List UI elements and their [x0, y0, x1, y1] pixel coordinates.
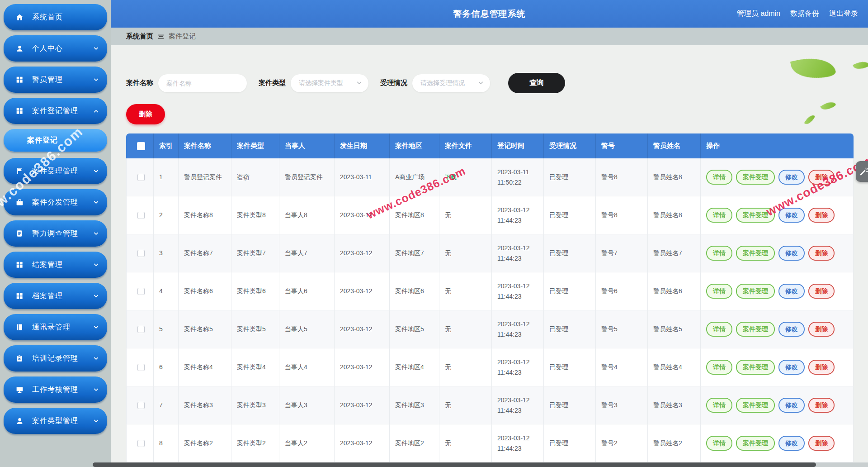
- cell-police-name: 警员姓名8: [648, 196, 701, 234]
- edit-button[interactable]: 修改: [778, 208, 805, 223]
- sidebar-item-label: 案件类型管理: [32, 416, 93, 426]
- horizontal-scrollbar-track[interactable]: [93, 462, 868, 467]
- sidebar-item-label: 案件受理管理: [32, 167, 93, 176]
- sidebar-item[interactable]: 工作考核管理: [4, 376, 107, 403]
- detail-button[interactable]: 详情: [706, 360, 732, 375]
- delete-row-button[interactable]: 删除: [808, 360, 835, 375]
- edit-button[interactable]: 修改: [778, 436, 805, 451]
- chevron-down-icon: [93, 418, 99, 424]
- cell-status: 已受理: [544, 158, 596, 196]
- case-accept-button[interactable]: 案件受理: [736, 436, 775, 451]
- cell-index: 4: [154, 272, 179, 310]
- accept-status-select[interactable]: 请选择受理情况: [412, 74, 490, 92]
- table-row: 8案件名称2案件类型2当事人22023-03-12案件地区2无2023-03-1…: [126, 424, 854, 462]
- delete-row-button[interactable]: 删除: [808, 436, 835, 451]
- cell-file: 无: [439, 310, 492, 348]
- chevron-down-icon: [93, 262, 99, 268]
- column-header: 警号: [596, 133, 648, 158]
- sidebar-item[interactable]: 结案管理: [4, 252, 107, 278]
- edit-button[interactable]: 修改: [778, 170, 805, 185]
- detail-button[interactable]: 详情: [706, 208, 732, 223]
- delete-row-button[interactable]: 删除: [808, 398, 835, 413]
- row-checkbox[interactable]: [137, 440, 145, 447]
- sidebar-item[interactable]: 警员管理: [4, 67, 107, 93]
- case-accept-button[interactable]: 案件受理: [736, 284, 775, 299]
- sidebar-item[interactable]: 案件分发管理: [4, 189, 107, 215]
- search-button[interactable]: 查询: [508, 73, 565, 93]
- table-body: 1警员登记案件盗窃警员登记案件2023-03-11A商业广场下载2023-03-…: [126, 158, 854, 467]
- data-backup-link[interactable]: 数据备份: [790, 9, 819, 19]
- detail-button[interactable]: 详情: [706, 322, 732, 337]
- cell-region: 案件地区3: [390, 386, 439, 424]
- case-accept-button[interactable]: 案件受理: [736, 208, 775, 223]
- cell-party: 当事人7: [279, 234, 335, 272]
- sidebar-subitem-active[interactable]: 案件登记: [4, 129, 107, 152]
- edit-button[interactable]: 修改: [778, 360, 805, 375]
- row-checkbox[interactable]: [137, 364, 145, 371]
- detail-button[interactable]: 详情: [706, 398, 732, 413]
- case-accept-button[interactable]: 案件受理: [736, 170, 775, 185]
- cell-party: 当事人5: [279, 310, 335, 348]
- sidebar: 系统首页个人中心警员管理案件登记管理案件登记案件受理管理案件分发管理警力调查管理…: [0, 0, 111, 467]
- cell-region: 案件地区6: [390, 272, 439, 310]
- delete-row-button[interactable]: 删除: [808, 246, 835, 261]
- edit-button[interactable]: 修改: [778, 246, 805, 261]
- detail-button[interactable]: 详情: [706, 246, 732, 261]
- delete-row-button[interactable]: 删除: [808, 322, 835, 337]
- case-accept-button[interactable]: 案件受理: [736, 246, 775, 261]
- logout-link[interactable]: 退出登录: [829, 9, 858, 19]
- cell-party: 当事人8: [279, 196, 335, 234]
- delete-row-button[interactable]: 删除: [808, 208, 835, 223]
- sidebar-item[interactable]: 警力调查管理: [4, 220, 107, 247]
- case-accept-button[interactable]: 案件受理: [736, 360, 775, 375]
- delete-row-button[interactable]: 删除: [808, 284, 835, 299]
- detail-button[interactable]: 详情: [706, 284, 732, 299]
- file-none-label: 无: [445, 439, 451, 447]
- column-header: 当事人: [279, 133, 335, 158]
- detail-button[interactable]: 详情: [706, 436, 732, 451]
- row-checkbox[interactable]: [137, 326, 145, 333]
- edit-button[interactable]: 修改: [778, 322, 805, 337]
- cell-actions: 详情案件受理修改删除: [701, 348, 854, 386]
- breadcrumb-home[interactable]: 系统首页: [126, 32, 153, 41]
- horizontal-scrollbar-thumb[interactable]: [93, 462, 816, 467]
- cell-police-no: 警号7: [596, 234, 648, 272]
- cell-case-name: 案件名称3: [179, 386, 231, 424]
- sidebar-item[interactable]: 案件类型管理: [4, 408, 107, 434]
- row-checkbox[interactable]: [137, 174, 145, 181]
- select-all-checkbox[interactable]: [137, 142, 145, 150]
- row-checkbox[interactable]: [137, 288, 145, 295]
- detail-button[interactable]: 详情: [706, 170, 732, 185]
- sidebar-item[interactable]: 案件受理管理: [4, 158, 107, 184]
- sidebar-item[interactable]: 档案管理: [4, 283, 107, 309]
- chevron-down-icon: [93, 356, 99, 362]
- sidebar-item[interactable]: 个人中心: [4, 35, 107, 62]
- filter-status-label: 受理情况: [380, 79, 407, 87]
- file-none-label: 无: [445, 325, 451, 333]
- sidebar-item-label: 档案管理: [32, 291, 93, 301]
- edit-button[interactable]: 修改: [778, 284, 805, 299]
- theme-tool-button[interactable]: [856, 161, 868, 182]
- clipboard-icon: [15, 354, 25, 362]
- cell-region: 案件地区8: [390, 196, 439, 234]
- row-checkbox[interactable]: [137, 250, 145, 257]
- edit-button[interactable]: 修改: [778, 398, 805, 413]
- cell-index: 2: [154, 196, 179, 234]
- bulk-delete-button[interactable]: 删除: [126, 104, 165, 124]
- sidebar-item-label: 工作考核管理: [32, 385, 93, 395]
- filter-name-label: 案件名称: [126, 79, 153, 87]
- row-checkbox[interactable]: [137, 212, 145, 219]
- sidebar-item[interactable]: 通讯录管理: [4, 314, 107, 340]
- case-name-input[interactable]: [158, 74, 247, 92]
- cell-police-no: 警号2: [596, 424, 648, 462]
- case-type-select[interactable]: 请选择案件类型: [291, 74, 368, 92]
- sidebar-item[interactable]: 案件登记管理: [4, 98, 107, 124]
- sidebar-item[interactable]: 培训记录管理: [4, 345, 107, 372]
- delete-row-button[interactable]: 删除: [808, 170, 835, 185]
- case-accept-button[interactable]: 案件受理: [736, 398, 775, 413]
- cell-case-type: 盗窃: [231, 158, 279, 196]
- download-link[interactable]: 下载: [445, 174, 457, 181]
- row-checkbox[interactable]: [137, 402, 145, 409]
- sidebar-item[interactable]: 系统首页: [4, 4, 107, 30]
- case-accept-button[interactable]: 案件受理: [736, 322, 775, 337]
